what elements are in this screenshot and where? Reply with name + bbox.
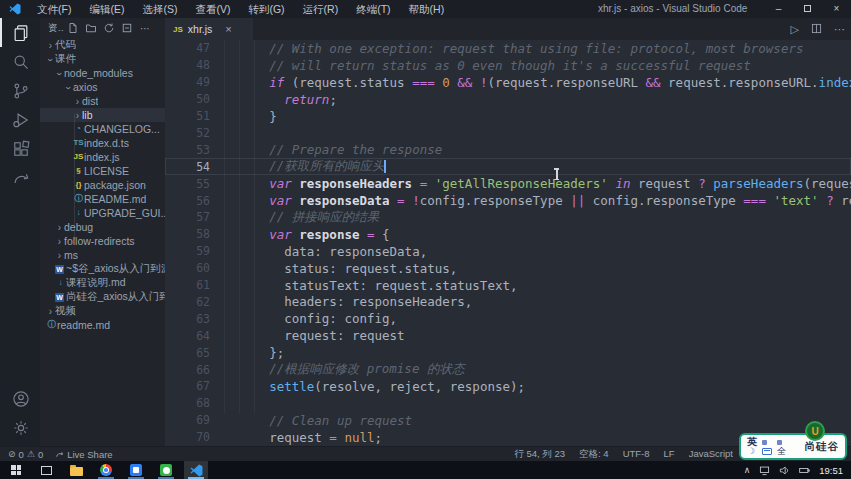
- tree-item[interactable]: ›node_modules: [40, 66, 165, 80]
- minimize-button[interactable]: –: [764, 0, 793, 18]
- tree-item[interactable]: ›ms: [40, 248, 165, 262]
- tab-xhr-js[interactable]: JS xhr.js ×: [165, 18, 253, 40]
- start-button[interactable]: [4, 461, 28, 479]
- tree-item[interactable]: W尚硅谷_axios从入门到源...: [40, 290, 165, 304]
- close-button[interactable]: ×: [822, 0, 851, 18]
- restore-button[interactable]: [793, 0, 822, 18]
- editor-more-icon[interactable]: ⋯: [834, 23, 845, 36]
- extensions-icon[interactable]: [0, 134, 40, 163]
- tree-item[interactable]: ⓘREADME.md: [40, 192, 165, 206]
- tree-item[interactable]: ›视频: [40, 304, 165, 318]
- code-line[interactable]: 60 status: request.status,: [165, 260, 851, 277]
- code-line[interactable]: 53 // Prepare the response: [165, 141, 851, 158]
- menu-item[interactable]: 转到(G): [239, 0, 293, 18]
- chrome-icon[interactable]: [94, 461, 118, 479]
- live-share-status[interactable]: Live Share: [55, 449, 112, 460]
- ime-mini-icon-1[interactable]: [762, 440, 767, 445]
- menu-item[interactable]: 文件(F): [28, 0, 80, 18]
- status-item[interactable]: JavaScript: [689, 448, 733, 461]
- line-number: 55: [165, 177, 210, 191]
- volume-icon[interactable]: [779, 465, 790, 476]
- live-share-icon[interactable]: [0, 163, 40, 192]
- code-line[interactable]: 49 if (request.status === 0 && !(request…: [165, 74, 851, 91]
- network-icon[interactable]: [759, 465, 770, 476]
- code-line[interactable]: 69 // Clean up request: [165, 412, 851, 429]
- menu-item[interactable]: 帮助(H): [400, 0, 454, 18]
- blue-app-icon[interactable]: [124, 461, 148, 479]
- run-file-icon[interactable]: ▷: [791, 23, 799, 36]
- code-line[interactable]: 67 settle(resolve, reject, response);: [165, 378, 851, 395]
- explorer-icon[interactable]: [0, 18, 40, 47]
- tree-item[interactable]: JSindex.js: [40, 150, 165, 164]
- menu-item[interactable]: 编辑(E): [80, 0, 133, 18]
- tree-item[interactable]: ›axios: [40, 80, 165, 94]
- menu-item[interactable]: 选择(S): [133, 0, 186, 18]
- collapse-folders-icon[interactable]: [118, 20, 136, 36]
- code-line[interactable]: 62 headers: responseHeaders,: [165, 294, 851, 311]
- clock[interactable]: 19:51: [819, 465, 843, 476]
- menu-item[interactable]: 查看(V): [186, 0, 239, 18]
- tree-item[interactable]: ›课件: [40, 52, 165, 66]
- status-item[interactable]: 行 54, 列 23: [514, 448, 565, 461]
- code-line-text: request: request: [224, 328, 405, 343]
- source-control-icon[interactable]: [0, 76, 40, 105]
- code-line[interactable]: 64 request: request: [165, 327, 851, 344]
- new-folder-icon[interactable]: [82, 20, 100, 36]
- code-line[interactable]: 66 //根据响应修改 promise 的状态: [165, 361, 851, 378]
- battery-icon[interactable]: [799, 465, 810, 476]
- code-line[interactable]: 68: [165, 395, 851, 412]
- tree-item[interactable]: W~$谷_axios从入门到源...: [40, 262, 165, 276]
- code-line[interactable]: 51 }: [165, 108, 851, 125]
- tree-item[interactable]: ⓘreadme.md: [40, 318, 165, 332]
- split-editor-icon[interactable]: [811, 23, 822, 36]
- new-file-icon[interactable]: [64, 20, 82, 36]
- code-line[interactable]: 56 var responseData = !config.responseTy…: [165, 192, 851, 209]
- tab-close-icon[interactable]: ×: [225, 23, 231, 35]
- file-explorer-icon[interactable]: [64, 461, 88, 479]
- tree-item[interactable]: §LICENSE: [40, 164, 165, 178]
- code-line[interactable]: 55 var responseHeaders = 'getAllResponse…: [165, 175, 851, 192]
- code-line[interactable]: 57 // 拼接响应的结果: [165, 209, 851, 226]
- tree-item[interactable]: ›follow-redirects: [40, 234, 165, 248]
- code-line[interactable]: 59 data: responseData,: [165, 243, 851, 260]
- code-line[interactable]: 54 //获取所有的响应头: [165, 158, 851, 175]
- tree-item[interactable]: ↓课程说明.md: [40, 276, 165, 290]
- code-line[interactable]: 61 statusText: request.statusText,: [165, 277, 851, 294]
- ime-keyboard-icon[interactable]: [762, 448, 772, 455]
- ime-fullwidth-toggle[interactable]: 全: [777, 447, 786, 456]
- vscode-taskbar-icon[interactable]: [184, 461, 208, 479]
- task-view-button[interactable]: [34, 461, 58, 479]
- ime-moon-icon[interactable]: ☽: [747, 447, 757, 456]
- tree-item[interactable]: {}package.json: [40, 178, 165, 192]
- code-editor[interactable]: 47 // With one exception: request that u…: [165, 40, 851, 446]
- search-icon[interactable]: [0, 47, 40, 76]
- status-item[interactable]: 空格: 4: [579, 448, 609, 461]
- code-line[interactable]: 52: [165, 125, 851, 142]
- more-actions-icon[interactable]: ⋯: [136, 20, 154, 36]
- tree-item[interactable]: ↓UPGRADE_GUI...: [40, 206, 165, 220]
- code-line[interactable]: 58 var response = {: [165, 226, 851, 243]
- tree-item[interactable]: ◔CHANGELOG...: [40, 122, 165, 136]
- code-line[interactable]: 48 // will return status as 0 even thoug…: [165, 57, 851, 74]
- status-item[interactable]: UTF-8: [623, 448, 650, 461]
- menu-item[interactable]: 运行(R): [294, 0, 348, 18]
- tree-item[interactable]: ›dist: [40, 94, 165, 108]
- ime-mini-icon-2[interactable]: [777, 440, 782, 445]
- menu-item[interactable]: 终端(T): [347, 0, 399, 18]
- settings-gear-icon[interactable]: [0, 413, 40, 442]
- code-line[interactable]: 65 };: [165, 344, 851, 361]
- code-line[interactable]: 47 // With one exception: request that u…: [165, 40, 851, 57]
- tray-expand-icon[interactable]: ∧: [744, 465, 751, 475]
- code-line[interactable]: 63 config: config,: [165, 310, 851, 327]
- tree-item[interactable]: ›代码: [40, 38, 165, 52]
- tree-item[interactable]: TSindex.d.ts: [40, 136, 165, 150]
- account-icon[interactable]: [0, 384, 40, 413]
- refresh-icon[interactable]: [100, 20, 118, 36]
- status-item[interactable]: LF: [664, 448, 675, 461]
- green-app-icon[interactable]: [154, 461, 178, 479]
- tree-item[interactable]: ›lib: [40, 108, 165, 122]
- code-line[interactable]: 50 return;: [165, 91, 851, 108]
- tree-item[interactable]: ›debug: [40, 220, 165, 234]
- run-debug-icon[interactable]: [0, 105, 40, 134]
- problems-indicator[interactable]: ⊘0 ⚠0: [8, 449, 43, 460]
